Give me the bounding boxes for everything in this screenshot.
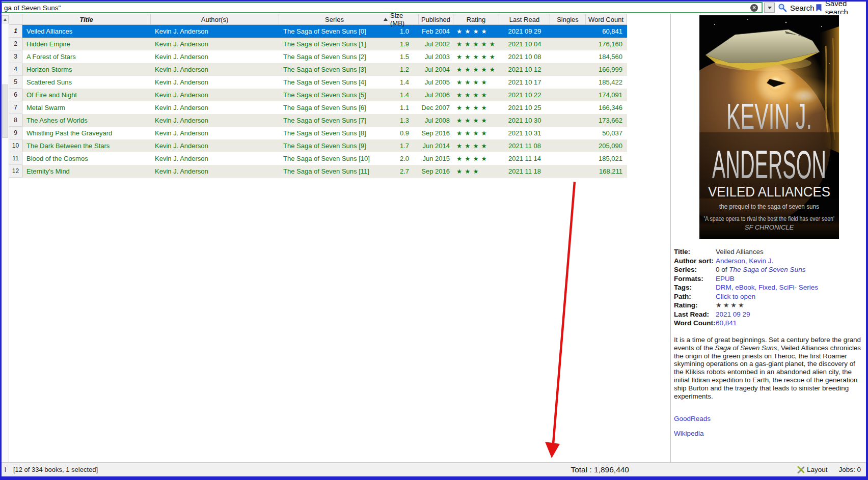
search-input[interactable]: ga of Seven Suns" ✕ [1,2,763,13]
cell-author: Kevin J. Anderson [151,89,279,101]
cell-published: Jul 2002 [419,38,453,50]
cell-size: 0.9 [390,127,419,139]
table-row[interactable]: 2 Hidden Empire Kevin J. Anderson The Sa… [9,38,627,50]
table-row[interactable]: 10 The Dark Between the Stars Kevin J. A… [9,139,627,152]
wikipedia-link[interactable]: Wikipedia [674,430,711,438]
cell-last-read: 2021 09 29 [499,25,550,38]
cell-published: Jun 2015 [419,152,453,165]
jobs-indicator[interactable]: Jobs: 0 [838,466,861,473]
cell-author: Kevin J. Anderson [151,101,279,114]
column-header-title[interactable]: Title [22,14,151,24]
book-description: It is a time of great beginnings. Set a … [674,336,863,400]
cell-last-read: 2021 11 14 [499,152,550,165]
cell-title: Eternity's Mind [22,165,151,178]
cell-series: The Saga of Seven Suns [7] [279,114,390,127]
column-header-published[interactable]: Published [419,14,453,24]
cell-published: Jul 2003 [419,50,453,63]
detail-label: Author sort: [674,257,716,266]
saved-search-button[interactable]: Saved search [816,2,868,13]
table-row[interactable]: 12 Eternity's Mind Kevin J. Anderson The… [9,165,627,178]
cell-published: Jun 2014 [419,139,453,152]
table-row[interactable]: 1 Veiled Alliances Kevin J. Anderson The… [9,25,627,38]
cell-rating-stars: ★★★★ [453,139,499,152]
table-row[interactable]: 8 The Ashes of Worlds Kevin J. Anderson … [9,114,627,127]
clear-search-icon[interactable]: ✕ [750,4,758,12]
layout-button[interactable]: Layout [797,466,828,474]
detail-field: Formats:EPUB [674,274,864,284]
column-header-series-label: Series [325,16,344,23]
cell-series: The Saga of Seven Suns [2] [279,50,390,63]
cell-rating-stars: ★★★★★ [453,38,499,50]
cell-title: Scattered Suns [22,76,151,89]
detail-link[interactable]: 60,841 [716,319,737,327]
column-header-word-count[interactable]: Word Count [586,14,627,24]
cell-singles [550,38,586,50]
table-row[interactable]: 11 Blood of the Cosmos Kevin J. Anderson… [9,152,627,165]
table-row[interactable]: 9 Whistling Past the Graveyard Kevin J. … [9,127,627,139]
row-number: 6 [9,89,22,101]
search-dropdown-button[interactable] [764,3,775,13]
cell-title: Metal Swarm [22,101,151,114]
column-header-singles[interactable]: Singles [550,14,586,24]
cell-rating-stars: ★★★★★ [453,63,499,76]
detail-link[interactable]: 2021 09 29 [716,310,750,318]
search-input-value[interactable]: ga of Seven Suns" [2,4,750,12]
table-row[interactable]: 4 Horizon Storms Kevin J. Anderson The S… [9,63,627,76]
cell-title: Veiled Alliances [22,25,151,38]
detail-link[interactable]: The Saga of Seven Suns [729,266,805,273]
cell-last-read: 2021 10 17 [499,76,550,89]
search-button[interactable]: Search [778,2,815,13]
cell-singles [550,114,586,127]
table-row[interactable]: 5 Scattered Suns Kevin J. Anderson The S… [9,76,627,89]
detail-link[interactable]: Click to open [716,293,755,300]
scroll-up-icon [4,18,7,21]
goodreads-link[interactable]: GoodReads [674,415,711,423]
cell-published: Sep 2016 [419,165,453,178]
book-list: Title Author(s) Series Size (MB) Publish… [9,14,671,462]
cell-word-count: 168,211 [586,165,627,178]
cell-singles [550,63,586,76]
book-cover-art: KEVIN J. ANDERSON VEILED ALLIANCES the p… [699,15,839,239]
row-number: 9 [9,127,22,139]
bookmark-icon [816,4,822,12]
column-header-last-read[interactable]: Last Read [499,14,550,24]
left-scrollbar[interactable] [2,14,9,462]
cell-title: Horizon Storms [22,63,151,76]
table-row[interactable]: 7 Metal Swarm Kevin J. Anderson The Saga… [9,101,627,114]
search-button-label: Search [790,4,815,12]
detail-value: 0 of [716,266,729,273]
table-row[interactable]: 3 A Forest of Stars Kevin J. Anderson Th… [9,50,627,63]
cell-last-read: 2021 10 04 [499,38,550,50]
cell-word-count: 60,841 [586,25,627,38]
description-text: Saga of Seven Suns [715,344,777,352]
cell-last-read: 2021 10 22 [499,89,550,101]
detail-link[interactable]: Anderson, Kevin J. [716,257,773,265]
cell-singles [550,50,586,63]
status-left: l [12 of 334 books, 1 selected] [5,463,98,476]
cell-series: The Saga of Seven Suns [3] [279,63,390,76]
cell-singles [550,89,586,101]
left-scrollbar-thumb[interactable] [2,84,8,138]
books-count: [12 of 334 books, 1 selected] [13,466,98,473]
detail-link[interactable]: DRM, eBook, Fixed, SciFi- Series [716,284,818,291]
cell-published: Sep 2016 [419,127,453,139]
cover-author-line2: ANDERSON [712,142,826,187]
column-header-authors[interactable]: Author(s) [151,14,279,24]
column-header-size[interactable]: Size (MB) [390,14,419,24]
cell-word-count: 185,422 [586,76,627,89]
detail-label: Path: [674,292,716,301]
book-cover[interactable]: KEVIN J. ANDERSON VEILED ALLIANCES the p… [699,15,839,239]
cell-published: Dec 2007 [419,101,453,114]
cell-published: Jul 2006 [419,89,453,101]
cell-series: The Saga of Seven Suns [11] [279,165,390,178]
column-header-rating[interactable]: Rating [453,14,499,24]
column-header-series[interactable]: Series [279,14,390,24]
detail-link[interactable]: EPUB [716,275,735,283]
scroll-up-button[interactable] [2,15,9,23]
details-links: GoodReadsWikipedia [674,415,711,444]
word-count-total: Total : 1,896,440 [511,463,629,476]
cell-last-read: 2021 10 25 [499,101,550,114]
table-row[interactable]: 6 Of Fire and Night Kevin J. Anderson Th… [9,89,627,101]
cell-last-read: 2021 10 12 [499,63,550,76]
cell-title: Hidden Empire [22,38,151,50]
